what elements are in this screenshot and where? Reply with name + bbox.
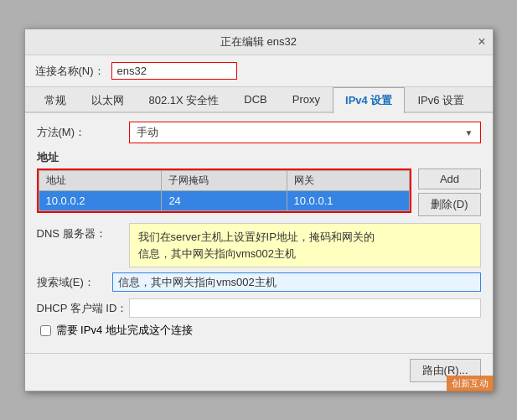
tabs-bar: 常规 以太网 802.1X 安全性 DCB Proxy IPv4 设置 IPv6… (25, 87, 493, 113)
tab-ethernet[interactable]: 以太网 (79, 87, 137, 113)
chevron-down-icon: ▼ (465, 128, 473, 137)
checkbox-row: 需要 IPv4 地址完成这个连接 (37, 323, 481, 338)
table-row[interactable]: 10.0.0.2 24 10.0.0.1 (39, 191, 410, 211)
search-row: 搜索域(E)： (37, 272, 481, 292)
checkbox-label: 需要 IPv4 地址完成这个连接 (56, 323, 193, 338)
ipv4-required-checkbox[interactable] (40, 325, 51, 336)
method-value: 手动 (137, 125, 158, 140)
dns-tooltip: 我们在server主机上设置好IP地址，掩码和网关的 信息，其中网关指向vms0… (129, 223, 481, 267)
method-select[interactable]: 手动 ▼ (129, 122, 481, 143)
tab-proxy[interactable]: Proxy (280, 87, 333, 113)
col-address: 地址 (39, 171, 162, 191)
title-bar: 正在编辑 ens32 × (25, 29, 493, 55)
address-buttons: Add 删除(D) (418, 169, 480, 216)
close-button[interactable]: × (478, 35, 485, 49)
method-label: 方法(M)： (37, 125, 129, 140)
delete-button[interactable]: 删除(D) (418, 193, 480, 216)
method-select-wrap: 手动 ▼ (129, 122, 481, 143)
address-section: 地址 子网掩码 网关 10.0.0.2 24 10.0.0.1 (37, 169, 481, 216)
dhcp-label: DHCP 客户端 ID： (37, 301, 129, 316)
col-gateway: 网关 (287, 171, 410, 191)
address-table: 地址 子网掩码 网关 10.0.0.2 24 10.0.0.1 (39, 170, 411, 211)
dns-label: DNS 服务器： (37, 223, 129, 241)
tab-general[interactable]: 常规 (32, 87, 79, 113)
address-table-header: 地址 子网掩码 网关 (39, 171, 410, 191)
watermark: 创新互动 (447, 376, 494, 391)
dhcp-row: DHCP 客户端 ID： (37, 298, 481, 318)
search-input[interactable] (112, 272, 480, 292)
footer: 路由(R)... (25, 353, 493, 391)
cell-gateway: 10.0.0.1 (287, 191, 410, 211)
tooltip-line2: 信息，其中网关指向vms002主机 (138, 247, 297, 260)
cell-mask: 24 (162, 191, 287, 211)
tab-ipv4[interactable]: IPv4 设置 (333, 87, 405, 113)
connection-name-input[interactable] (111, 62, 237, 80)
add-button[interactable]: Add (418, 169, 480, 189)
tab-security[interactable]: 802.1X 安全性 (137, 87, 232, 113)
address-table-wrap: 地址 子网掩码 网关 10.0.0.2 24 10.0.0.1 (37, 169, 412, 216)
dns-input-wrap: 我们在server主机上设置好IP地址，掩码和网关的 信息，其中网关指向vms0… (129, 223, 481, 267)
connection-name-row: 连接名称(N)： (25, 55, 493, 87)
cell-address: 10.0.0.2 (39, 191, 162, 211)
search-label: 搜索域(E)： (37, 275, 113, 290)
address-section-title: 地址 (37, 150, 481, 165)
address-table-border: 地址 子网掩码 网关 10.0.0.2 24 10.0.0.1 (37, 169, 412, 213)
dialog-title: 正在编辑 ens32 (220, 34, 297, 49)
tab-dcb[interactable]: DCB (231, 87, 279, 113)
main-content: 方法(M)： 手动 ▼ 地址 地址 (25, 113, 493, 353)
tooltip-line1: 我们在server主机上设置好IP地址，掩码和网关的 (138, 231, 375, 243)
dns-row: DNS 服务器： 我们在server主机上设置好IP地址，掩码和网关的 信息，其… (37, 223, 481, 267)
tab-ipv6[interactable]: IPv6 设置 (405, 87, 477, 113)
connection-name-label: 连接名称(N)： (35, 64, 105, 79)
col-mask: 子网掩码 (162, 171, 287, 191)
method-row: 方法(M)： 手动 ▼ (37, 122, 481, 143)
dhcp-input[interactable] (129, 298, 481, 318)
